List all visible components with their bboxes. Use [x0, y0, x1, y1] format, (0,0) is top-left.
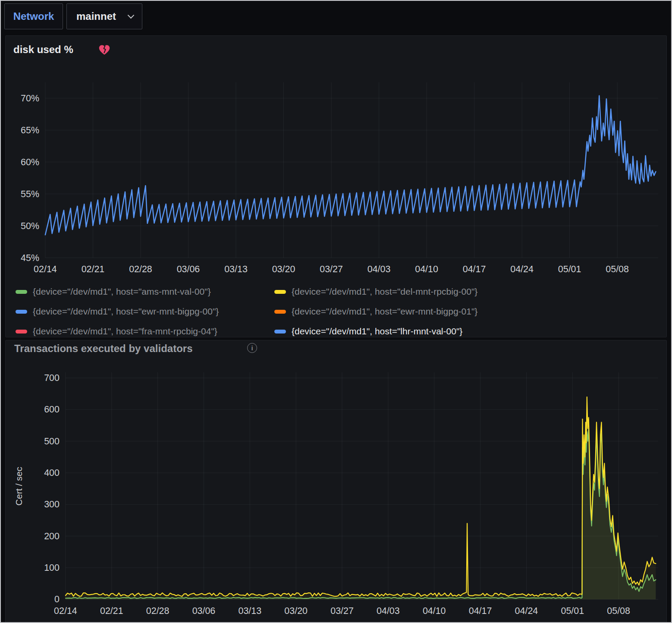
- legend-swatch-icon: [274, 330, 286, 334]
- legend-item[interactable]: {device="/dev/md1", host="ams-mnt-val-00…: [16, 286, 274, 297]
- svg-text:03/27: 03/27: [320, 264, 343, 274]
- legend-item[interactable]: {device="/dev/md1", host="ewr-mnt-bigpg-…: [274, 306, 662, 317]
- panel-transactions: Transactions executed by validators i Ce…: [5, 340, 667, 623]
- variable-label: Network: [13, 10, 54, 22]
- svg-text:100: 100: [44, 563, 60, 573]
- legend-swatch-icon: [16, 310, 27, 314]
- legend-item[interactable]: {device="/dev/md1", host="del-mnt-rpcbig…: [274, 286, 662, 297]
- svg-text:04/17: 04/17: [469, 606, 492, 616]
- chevron-down-icon: [128, 12, 135, 19]
- svg-text:65%: 65%: [21, 125, 39, 135]
- svg-text:02/21: 02/21: [100, 606, 123, 616]
- legend-label: {device="/dev/md1", host="del-mnt-rpcbig…: [292, 286, 477, 297]
- svg-text:02/21: 02/21: [82, 264, 105, 274]
- svg-text:03/27: 03/27: [330, 606, 354, 616]
- svg-text:04/03: 04/03: [367, 264, 391, 274]
- svg-text:55%: 55%: [21, 189, 39, 199]
- svg-text:02/28: 02/28: [129, 264, 152, 274]
- svg-text:700: 700: [44, 373, 60, 383]
- legend-label: {device="/dev/md1", host="ewr-mnt-bigpg-…: [33, 306, 219, 317]
- svg-text:500: 500: [44, 436, 60, 447]
- svg-text:02/28: 02/28: [146, 606, 170, 616]
- panel-disk-used: disk used % 02/1402/2102/2803/0603/1303/…: [5, 35, 667, 337]
- svg-text:05/08: 05/08: [606, 264, 629, 274]
- transactions-chart[interactable]: 02/1402/2102/2803/0603/1303/2003/2704/03…: [6, 340, 666, 623]
- svg-text:50%: 50%: [21, 221, 39, 231]
- svg-text:03/20: 03/20: [284, 606, 308, 616]
- legend-label: {device="/dev/md1", host="lhr-mnt-val-00…: [292, 326, 462, 337]
- svg-text:04/17: 04/17: [463, 264, 486, 274]
- legend-item[interactable]: {device="/dev/md1", host="fra-mnt-rpcbig…: [16, 326, 274, 337]
- legend-swatch-icon: [274, 290, 286, 294]
- network-dropdown[interactable]: mainnet: [66, 3, 142, 29]
- legend-item[interactable]: {device="/dev/md1", host="ewr-mnt-bigpg-…: [16, 306, 274, 317]
- svg-text:05/01: 05/01: [558, 264, 581, 274]
- legend-label: {device="/dev/md1", host="ams-mnt-val-00…: [33, 286, 211, 297]
- svg-text:03/13: 03/13: [224, 264, 248, 274]
- svg-text:03/13: 03/13: [239, 606, 262, 616]
- svg-text:04/10: 04/10: [423, 606, 446, 616]
- svg-text:02/14: 02/14: [34, 264, 57, 274]
- legend-label: {device="/dev/md1", host="ewr-mnt-bigpg-…: [292, 306, 477, 317]
- svg-text:200: 200: [44, 531, 60, 541]
- svg-text:70%: 70%: [21, 93, 39, 104]
- svg-text:04/03: 04/03: [377, 606, 400, 616]
- svg-text:600: 600: [44, 404, 60, 415]
- svg-text:05/01: 05/01: [561, 606, 584, 616]
- svg-text:300: 300: [44, 499, 60, 510]
- svg-text:03/06: 03/06: [192, 606, 216, 616]
- svg-text:400: 400: [44, 468, 60, 478]
- svg-text:03/06: 03/06: [177, 264, 200, 274]
- legend-swatch-icon: [274, 310, 286, 314]
- svg-text:60%: 60%: [21, 157, 39, 167]
- disk-legend: {device="/dev/md1", host="ams-mnt-val-00…: [16, 282, 662, 341]
- svg-text:02/14: 02/14: [54, 606, 77, 616]
- svg-text:45%: 45%: [21, 253, 39, 263]
- legend-swatch-icon: [16, 290, 27, 294]
- svg-text:03/20: 03/20: [272, 264, 295, 274]
- svg-text:05/08: 05/08: [607, 606, 630, 616]
- variables-toolbar: Network mainnet: [0, 0, 672, 34]
- svg-text:04/10: 04/10: [415, 264, 438, 274]
- legend-item[interactable]: {device="/dev/md1", host="lhr-mnt-val-00…: [274, 326, 662, 337]
- svg-text:04/24: 04/24: [515, 606, 538, 616]
- svg-text:0: 0: [54, 594, 60, 604]
- legend-swatch-icon: [16, 330, 27, 334]
- network-dropdown-value[interactable]: mainnet: [76, 10, 116, 22]
- variable-label-box: Network: [4, 3, 63, 29]
- svg-text:04/24: 04/24: [510, 264, 534, 274]
- legend-label: {device="/dev/md1", host="fra-mnt-rpcbig…: [33, 326, 217, 337]
